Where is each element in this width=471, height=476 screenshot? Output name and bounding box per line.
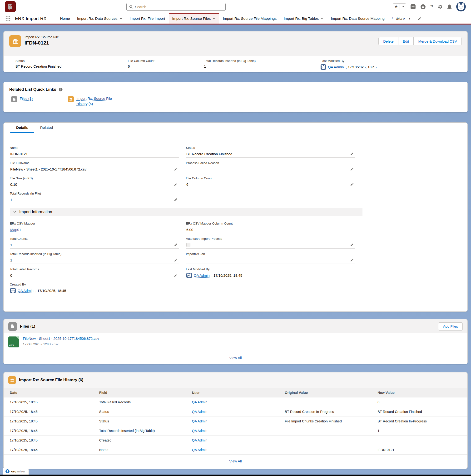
record-highlight-panel: Import Rx: Source File IFDN-0121 Delete … — [3, 31, 468, 72]
pencil-icon — [174, 182, 178, 186]
chevron-down-icon — [321, 17, 324, 20]
tab-source-files[interactable]: Import Rx: Source Files — [169, 13, 219, 24]
global-actions-button[interactable] — [410, 4, 416, 10]
record-action-buttons: Delete Edit Merge & Download CSV — [378, 37, 462, 45]
notifications-button[interactable] — [447, 4, 452, 10]
favorites-dropdown-button[interactable] — [400, 3, 406, 10]
bank-icon — [8, 376, 16, 384]
last-modified-by-user-link[interactable]: QA Admin — [328, 65, 344, 69]
bank-icon — [12, 38, 18, 45]
history-row: 17/10/2025, 18:45 Total Records Inserted… — [3, 426, 468, 436]
source-file-object-icon — [9, 35, 21, 47]
erx-logo-icon: E Rx — [6, 3, 14, 11]
pencil-icon — [174, 258, 178, 262]
related-list-quick-links-card: Related List Quick Links Files (1) — [3, 82, 468, 112]
highlight-fields: Status BT Record Creation Finished File … — [3, 56, 468, 72]
pencil-icon — [350, 243, 354, 247]
page-content: Import Rx: Source File IFDN-0121 Delete … — [3, 24, 468, 469]
info-icon[interactable] — [59, 87, 63, 92]
edit-importrx-job-button[interactable] — [349, 258, 355, 262]
app-launcher-button[interactable] — [5, 16, 11, 21]
auto-start-import-checkbox[interactable] — [186, 243, 190, 247]
pencil-icon — [174, 243, 178, 247]
edit-file-fullname-button[interactable] — [173, 167, 179, 171]
pencil-icon — [350, 258, 354, 262]
user-link[interactable]: QA Admin — [192, 429, 207, 433]
search-input[interactable] — [135, 5, 223, 9]
bell-icon — [447, 4, 452, 10]
user-link[interactable]: QA Admin — [192, 448, 207, 452]
tab-related[interactable]: Related — [34, 125, 59, 133]
edit-process-failed-reason-button[interactable] — [349, 167, 355, 171]
file-list-item: csv FileNew - Sheet1 - 2025-10-17T184506… — [3, 333, 468, 351]
quick-link-source-file-history[interactable]: Import Rx: Source File History (6) — [68, 96, 119, 106]
last-modified-by-user-link[interactable]: QA Admin — [194, 273, 210, 277]
field-created-by: Created By QA Admin , 17/10/2025, 18:45 — [10, 281, 179, 296]
history-row: 17/10/2025, 18:45 Name QA Admin IFDN-012… — [3, 445, 468, 455]
column-header-field: Field — [96, 388, 189, 397]
global-search — [126, 3, 226, 11]
tab-data-sources[interactable]: Import Rx: Data Sources — [74, 13, 126, 24]
erx-csv-mapper-link[interactable]: Map01 — [10, 228, 21, 232]
edit-total-records-inserted-button[interactable] — [173, 258, 179, 262]
user-link[interactable]: QA Admin — [192, 438, 207, 442]
column-header-date: Date — [3, 388, 96, 397]
waffle-grid-icon — [5, 16, 11, 21]
edit-file-column-count-button[interactable] — [349, 182, 355, 186]
field-file-size: File Size (in KB) 0.10 — [10, 174, 179, 189]
user-profile-avatar[interactable] — [456, 2, 466, 11]
highlight-file-column-count: File Column Count 6 — [128, 59, 204, 72]
csv-file-thumbnail[interactable]: csv — [8, 337, 19, 347]
user-link[interactable]: QA Admin — [192, 419, 207, 423]
setup-button[interactable] — [437, 4, 443, 10]
tab-more[interactable]: * More ▼ — [388, 13, 414, 24]
edit-auto-start-button[interactable] — [349, 243, 355, 247]
erx-app-logo[interactable]: E Rx — [5, 1, 16, 12]
edit-status-button[interactable] — [349, 152, 355, 156]
highlight-total-records-inserted: Total Records Inserted (in Big Table) 1 — [204, 59, 321, 72]
organizer-extension-badge[interactable]: ! organizer — [3, 468, 29, 475]
search-icon — [129, 5, 133, 9]
detail-fields-right-column: Status BT Record Creation Finished Proce… — [186, 144, 355, 205]
source-file-history-link[interactable]: Import Rx: Source File History (6) — [76, 96, 119, 106]
file-name-link[interactable]: FileNew - Sheet1 - 2025-10-17T184506.872… — [23, 337, 99, 340]
user-link[interactable]: QA Admin — [192, 410, 207, 414]
import-information-section-header[interactable]: Import Information — [10, 208, 362, 216]
detail-fields-left-column: Name IFDN-0121 File FullName FileNew - S… — [10, 144, 179, 205]
header-utility-icons: ★ ? — [393, 2, 466, 11]
quick-link-files[interactable]: Files (1) — [11, 96, 54, 106]
field-process-failed-reason: Process Failed Reason — [186, 159, 355, 174]
history-row: 17/10/2025, 18:45 Status QA Admin File I… — [3, 416, 468, 426]
pencil-icon — [174, 167, 178, 171]
edit-total-failed-records-button[interactable] — [173, 273, 179, 277]
files-link[interactable]: Files (1) — [20, 96, 54, 101]
tab-big-tables[interactable]: Import Rx: Big Tables — [280, 13, 327, 24]
edit-navigation-button[interactable] — [418, 17, 422, 20]
avatar-bear-icon — [456, 2, 466, 11]
history-view-all-link[interactable]: View All — [229, 459, 242, 463]
pencil-icon — [350, 167, 354, 171]
field-erx-csv-mapper: ERx CSV Mapper Map01 — [10, 220, 179, 235]
tab-source-file-mappings[interactable]: Import Rx: Source File Mappings — [219, 13, 280, 24]
file-meta: 17 Oct 2025 • 128B • csv — [23, 342, 99, 346]
edit-file-size-button[interactable] — [173, 182, 179, 186]
edit-button[interactable]: Edit — [398, 37, 414, 45]
edit-total-chunks-button[interactable] — [173, 243, 179, 247]
column-header-new-value: New Value — [375, 388, 468, 397]
delete-button[interactable]: Delete — [378, 37, 398, 45]
tab-data-source-mapping[interactable]: Import Rx: Data Source Mapping — [327, 13, 388, 24]
tab-home[interactable]: Home — [56, 13, 73, 24]
user-link[interactable]: QA Admin — [192, 400, 207, 404]
files-view-all-link[interactable]: View All — [229, 356, 242, 360]
tab-details[interactable]: Details — [10, 125, 34, 133]
favorite-star-button[interactable]: ★ — [393, 3, 400, 10]
guidance-center-button[interactable] — [420, 4, 426, 10]
created-by-user-link[interactable]: QA Admin — [18, 289, 33, 293]
edit-total-records-button[interactable] — [173, 198, 179, 202]
tab-file-import[interactable]: Import Rx: File Import — [126, 13, 169, 24]
help-button[interactable]: ? — [430, 4, 433, 10]
add-files-button[interactable]: Add Files — [438, 323, 463, 330]
field-name: Name IFDN-0121 — [10, 144, 179, 159]
history-card-footer: View All — [3, 455, 468, 467]
merge-download-csv-button[interactable]: Merge & Download CSV — [413, 37, 462, 45]
